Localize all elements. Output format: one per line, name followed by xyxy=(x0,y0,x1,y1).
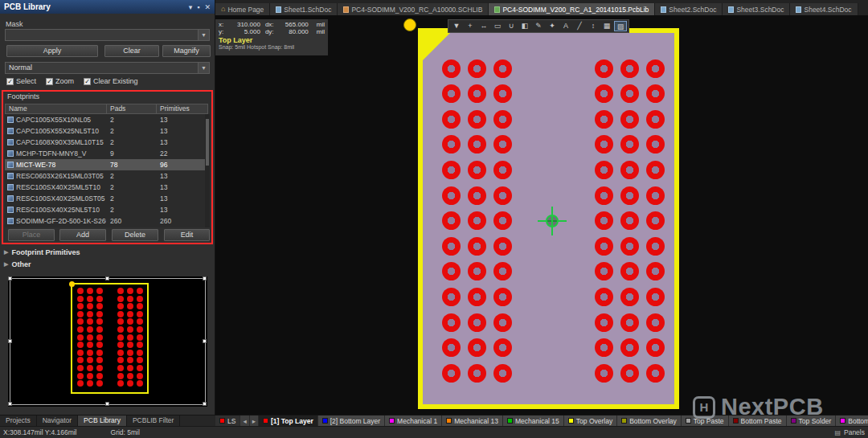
draw-icon[interactable]: ✎ xyxy=(532,21,545,31)
grid-icon[interactable]: ▦ xyxy=(600,21,613,31)
footprint-row[interactable]: CAPC1608X90X35ML10T15213 xyxy=(5,137,208,148)
pad[interactable] xyxy=(442,211,461,230)
pad[interactable] xyxy=(595,84,613,103)
pad[interactable] xyxy=(493,237,512,256)
pad[interactable] xyxy=(595,364,613,383)
pad[interactable] xyxy=(493,338,512,357)
layer-tab--2-bottom-layer[interactable]: [2] Bottom Layer xyxy=(318,415,385,426)
footprint-row[interactable]: MICT-WE-787896 xyxy=(5,159,208,170)
pad[interactable] xyxy=(595,313,613,332)
pad[interactable] xyxy=(620,288,639,306)
pad[interactable] xyxy=(442,338,461,357)
footprint-row[interactable]: RESC0603X26X15ML03T05213 xyxy=(5,170,208,182)
pad[interactable] xyxy=(442,313,461,332)
pan-icon[interactable]: ↔ xyxy=(477,21,490,31)
pin-icon[interactable]: ▪ xyxy=(197,3,199,11)
layer-tab--1-top-layer[interactable]: [1] Top Layer xyxy=(259,415,318,426)
pad[interactable] xyxy=(493,186,512,205)
pad[interactable] xyxy=(595,211,613,230)
layer-tab-top-paste[interactable]: Top Paste xyxy=(682,415,729,426)
pad[interactable] xyxy=(442,110,461,129)
footprint-row[interactable]: RESC100SX40X25ML0ST05213 xyxy=(5,193,208,204)
pad[interactable] xyxy=(646,211,665,230)
pad[interactable] xyxy=(468,110,486,129)
checkbox-zoom[interactable]: ✓Zoom xyxy=(46,77,74,85)
doc-tab-sheet4-schdoc[interactable]: Sheet4.SchDoc xyxy=(790,3,858,15)
pad[interactable] xyxy=(468,135,486,154)
text-icon[interactable]: A xyxy=(559,21,572,31)
pad[interactable] xyxy=(442,135,461,154)
doc-tab-sheet2-schdoc[interactable]: Sheet2.SchDoc xyxy=(655,3,723,15)
pad[interactable] xyxy=(468,59,486,78)
pad[interactable] xyxy=(442,262,461,280)
layer-scroll-right-button[interactable]: ▸ xyxy=(250,415,259,426)
pad[interactable] xyxy=(646,186,665,205)
clear-button[interactable]: Clear xyxy=(104,45,159,57)
pad[interactable] xyxy=(620,59,639,78)
pad[interactable] xyxy=(620,211,639,230)
doc-tab-pc4-sodimm-v200-rc-a10000-schlib[interactable]: PC4-SODIMM_V200_RC_A10000.SCHLIB xyxy=(338,3,489,15)
footprint-row[interactable]: RESC100SX40X25NL5T10213 xyxy=(5,204,208,215)
pad[interactable] xyxy=(468,288,486,306)
pad[interactable] xyxy=(442,84,461,103)
pad[interactable] xyxy=(595,59,613,78)
doc-tab-sheet1-schdoc[interactable]: Sheet1.SchDoc xyxy=(270,3,338,15)
pad[interactable] xyxy=(595,161,613,179)
pad[interactable] xyxy=(595,110,613,129)
pcb-canvas[interactable]: x: 310.000 dx: 565.000 mil y: 5.000 dy: … xyxy=(215,15,868,415)
mask-combo[interactable]: ▼ xyxy=(5,29,210,41)
pad[interactable] xyxy=(646,313,665,332)
filter-icon[interactable]: ▼ xyxy=(450,21,463,31)
layer-tab-bottom-paste[interactable]: Bottom Paste xyxy=(729,415,787,426)
pad[interactable] xyxy=(493,288,512,306)
dropdown-icon[interactable]: ▾ xyxy=(189,3,193,11)
layer-tab-top-solder[interactable]: Top Solder xyxy=(787,415,837,426)
pad[interactable] xyxy=(646,135,665,154)
pad[interactable] xyxy=(442,288,461,306)
pad[interactable] xyxy=(646,262,665,280)
footprint-row[interactable]: RESC100SX40X25ML5T10213 xyxy=(5,182,208,193)
magnet-icon[interactable]: ∪ xyxy=(505,21,518,31)
layer-scroll-left-button[interactable]: ◂ xyxy=(240,415,249,426)
pad[interactable] xyxy=(493,84,512,103)
magnify-button[interactable]: Magnify xyxy=(162,45,211,57)
edit-button[interactable]: Edit xyxy=(164,229,210,241)
pad[interactable] xyxy=(442,186,461,205)
pad[interactable] xyxy=(493,364,512,383)
panel-tab-projects[interactable]: Projects xyxy=(0,415,37,426)
doc-tab-home-page[interactable]: ⌂Home Page xyxy=(215,3,270,15)
checkbox-box[interactable]: ✓ xyxy=(6,78,14,85)
place-button[interactable]: Place xyxy=(8,229,55,241)
pad[interactable] xyxy=(442,59,461,78)
footprint-row[interactable]: SODIMM-GF-2D-500-1K-S260260260 xyxy=(5,215,208,227)
layer-tab-mechanical-13[interactable]: Mechanical 13 xyxy=(442,415,503,426)
pad[interactable] xyxy=(620,338,639,357)
layer-tab-mechanical-15[interactable]: Mechanical 15 xyxy=(503,415,564,426)
layer-tab-mechanical-1[interactable]: Mechanical 1 xyxy=(385,415,442,426)
delete-button[interactable]: Delete xyxy=(112,229,158,241)
footprint-row[interactable]: MCHP-TDFN-MNY8_V922 xyxy=(5,148,208,159)
other-section-header[interactable]: ▶ Other xyxy=(4,260,31,268)
checkbox-select[interactable]: ✓Select xyxy=(6,77,36,85)
eraser-icon[interactable]: ◧ xyxy=(518,21,531,31)
pad[interactable] xyxy=(595,237,613,256)
pad[interactable] xyxy=(620,364,639,383)
pad[interactable] xyxy=(646,161,665,179)
pad[interactable] xyxy=(493,135,512,154)
apply-button[interactable]: Apply xyxy=(6,45,98,57)
checkbox-clear-existing[interactable]: ✓Clear Existing xyxy=(84,77,138,85)
pad[interactable] xyxy=(620,237,639,256)
footprint-preview[interactable] xyxy=(8,276,207,407)
layer-tab-top-overlay[interactable]: Top Overlay xyxy=(564,415,617,426)
highlight-icon[interactable]: ✦ xyxy=(546,21,559,31)
pad[interactable] xyxy=(468,161,486,179)
pad[interactable] xyxy=(468,313,486,332)
pad[interactable] xyxy=(595,288,613,306)
view-mode-combo[interactable]: Normal ▼ xyxy=(5,62,210,74)
pad[interactable] xyxy=(620,110,639,129)
pad[interactable] xyxy=(595,338,613,357)
layer-tab-bottom-solder[interactable]: Bottom Solder xyxy=(836,415,868,426)
pad[interactable] xyxy=(620,313,639,332)
pad[interactable] xyxy=(646,59,665,78)
pad[interactable] xyxy=(646,84,665,103)
